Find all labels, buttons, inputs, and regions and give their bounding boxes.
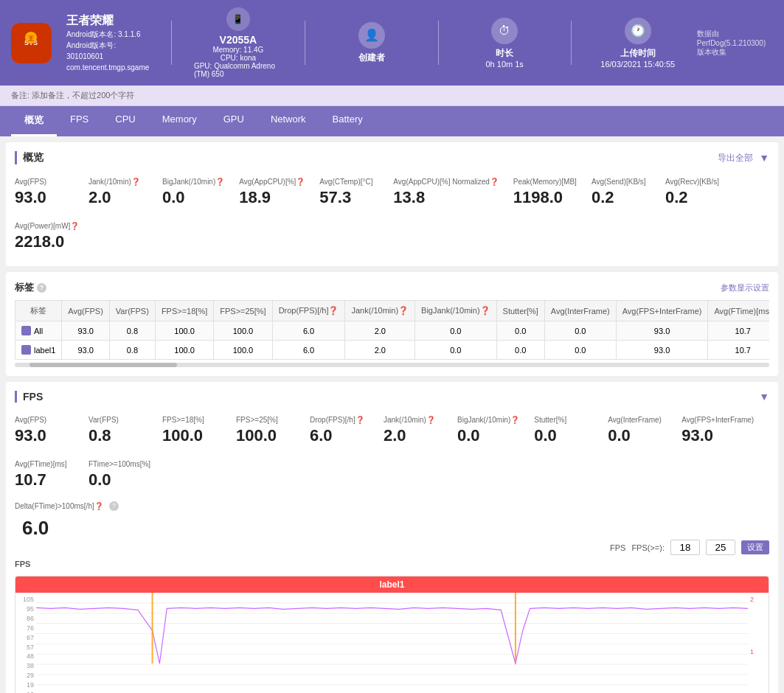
tags-row-label[interactable]: label1 — [15, 341, 62, 360]
fps-stat-label: Stutter[%] — [534, 416, 566, 424]
tab-memory[interactable]: Memory — [149, 106, 210, 136]
stat-value: 2.0 — [89, 188, 111, 207]
fps-delta-help[interactable]: ? — [109, 501, 119, 511]
fps-set-button[interactable]: 设置 — [741, 540, 769, 554]
fps-val1-input[interactable] — [670, 540, 700, 555]
tags-col-header: Avg(FPS+InterFrame) — [616, 301, 708, 321]
tags-help-icon[interactable]: ? — [37, 283, 46, 293]
fps-chevron[interactable]: ▼ — [759, 391, 769, 403]
fps-stat-value: 0.0 — [457, 426, 480, 445]
overview-stat-item: Avg(Send)[KB/s]0.2 — [592, 178, 651, 207]
fps-stat-label: Drop(FPS)[/h]❓ — [310, 416, 364, 424]
tags-row-cell: 0.8 — [109, 321, 155, 341]
android-code: Android版本号: 301010601 — [66, 40, 149, 62]
tab-cpu[interactable]: CPU — [102, 106, 148, 136]
fps-title: FPS — [23, 391, 43, 403]
tags-section: 标签 ? 参数显示设置 标签Avg(FPS)Var(FPS)FPS>=18[%]… — [6, 272, 778, 376]
data-source: 数据由PerfDog(5.1.210300)版本收集 — [697, 29, 773, 58]
package-name: com.tencent.tmgp.sgame — [66, 62, 149, 73]
stat-value: 2218.0 — [15, 232, 64, 251]
fps-stat-label: FPS>=25[%] — [236, 416, 278, 424]
tab-gpu[interactable]: GPU — [210, 106, 257, 136]
tab-overview[interactable]: 概览 — [11, 106, 57, 136]
tags-scroll-bar[interactable] — [15, 363, 769, 367]
overview-chevron[interactable]: ▼ — [759, 152, 769, 164]
fps-stat-item: Avg(FTime)[ms]10.7 — [15, 460, 74, 490]
overview-title: 概览 — [23, 151, 44, 164]
fps-stat-value: 100.0 — [162, 426, 203, 445]
fps-chart-area: FPS label1 105 95 86 76 67 57 48 38 29 1… — [15, 560, 769, 693]
tags-row-cell: 2.0 — [345, 321, 415, 341]
divider4 — [571, 21, 572, 65]
row-checkbox[interactable] — [21, 345, 31, 355]
upload-value: 16/03/2021 15:40:55 — [600, 60, 675, 69]
tags-row-cell: 93.0 — [616, 341, 708, 360]
fps-stat-label: Avg(FTime)[ms] — [15, 460, 67, 468]
note-bar: 备注: 添加备注，不超过200个字符 — [0, 86, 784, 106]
creator-stat: 👤 创建者 — [327, 22, 416, 64]
fps-stat-label: FTime>=100ms[%] — [89, 460, 150, 468]
tab-battery[interactable]: Battery — [319, 106, 376, 136]
overview-actions[interactable]: 导出全部 ▼ — [718, 152, 769, 164]
tags-scroll-thumb[interactable] — [30, 363, 177, 367]
overview-stat-item: Avg(FPS)93.0 — [15, 178, 74, 207]
fps-stat-value: 0.0 — [89, 470, 111, 490]
duration-label: 时长 — [496, 47, 513, 60]
tags-label: 标签 — [15, 281, 34, 294]
creator-icon: 👤 — [358, 22, 385, 49]
tags-table-scroll[interactable]: 标签Avg(FPS)Var(FPS)FPS>=18[%]FPS>=25[%]Dr… — [15, 300, 769, 360]
row-label: All — [34, 327, 43, 335]
divider2 — [305, 21, 305, 65]
tags-table: 标签Avg(FPS)Var(FPS)FPS>=18[%]FPS>=25[%]Dr… — [15, 300, 769, 360]
tags-settings[interactable]: 参数显示设置 — [721, 282, 769, 293]
tags-col-header: Avg(FPS) — [62, 301, 109, 321]
tags-col-header: BigJank(/10min)❓ — [415, 301, 496, 321]
tags-row-label[interactable]: All — [15, 321, 62, 341]
fps-section: FPS ▼ Avg(FPS)93.0Var(FPS)0.8FPS>=18[%]1… — [6, 382, 778, 693]
upload-stat: 🕐 上传时间 16/03/2021 15:40:55 — [594, 18, 682, 69]
fps-settings-row: FPS FPS(>=): 设置 — [15, 540, 769, 555]
tags-col-header: Stutter[%] — [496, 301, 544, 321]
chart-y-axis-right: 2 1 0 — [748, 593, 769, 693]
tags-row-cell: 100.0 — [214, 321, 272, 341]
stat-label: BigJank(/10min)❓ — [162, 178, 224, 186]
device-section: 📱 V2055A Memory: 11.4G CPU: kona GPU: Qu… — [194, 7, 282, 78]
tags-col-header: Jank(/10min)❓ — [345, 301, 415, 321]
chart-label-bar: label1 — [15, 577, 769, 593]
fps-stat-value: 10.7 — [15, 470, 46, 490]
fps-chart-title: FPS — [15, 560, 769, 568]
export-label[interactable]: 导出全部 — [718, 152, 753, 164]
fps-stat-item: Avg(FPS+InterFrame)93.0 — [681, 416, 754, 445]
chart-main[interactable] — [36, 593, 748, 693]
stat-label: Avg(Recv)[KB/s] — [665, 178, 719, 186]
tags-row-cell: 93.0 — [616, 321, 708, 341]
stat-label: Avg(AppCPU)[%] Normalized❓ — [393, 178, 498, 186]
overview-stat-item: Avg(AppCPU)[%] Normalized❓13.8 — [393, 178, 498, 207]
fps-chart-container[interactable]: label1 105 95 86 76 67 57 48 38 29 19 10… — [15, 576, 769, 693]
fps-gte-label: FPS(>=): — [631, 543, 665, 552]
tab-fps[interactable]: FPS — [57, 106, 102, 136]
fps-stat-item: Avg(FPS)93.0 — [15, 416, 74, 445]
overview-stat-item: Avg(Recv)[KB/s]0.2 — [665, 178, 724, 207]
tags-header: 标签 ? 参数显示设置 — [15, 281, 769, 294]
fps-stat-item: FPS>=18[%]100.0 — [162, 416, 221, 445]
stat-value: 93.0 — [15, 188, 46, 207]
tags-row-cell: 100.0 — [155, 321, 213, 341]
fps-stat-value: 0.8 — [89, 426, 111, 445]
tags-row-cell: 0.0 — [544, 341, 616, 360]
upload-label: 上传时间 — [620, 47, 656, 60]
tab-network[interactable]: Network — [257, 106, 319, 136]
tags-row-cell: 93.0 — [62, 341, 109, 360]
table-row: label193.00.8100.0100.06.02.00.00.00.093… — [15, 341, 770, 360]
android-version: Android版本名: 3.1.1.6 — [66, 29, 149, 40]
device-gpu: GPU: Qualcomm Adreno (TM) 650 — [194, 62, 282, 78]
stat-label: Avg(Send)[KB/s] — [592, 178, 646, 186]
fps-val2-input[interactable] — [706, 540, 735, 555]
stat-label: Jank(/10min)❓ — [89, 178, 140, 186]
tags-row-cell: 0.0 — [415, 341, 496, 360]
row-checkbox[interactable] — [21, 326, 31, 335]
overview-stat-item: BigJank(/10min)❓0.0 — [162, 178, 224, 207]
tags-row-cell: 10.7 — [708, 321, 769, 341]
fps-stat-item: Stutter[%]0.0 — [534, 416, 593, 445]
app-details: Android版本名: 3.1.1.6 Android版本号: 30101060… — [66, 29, 149, 73]
